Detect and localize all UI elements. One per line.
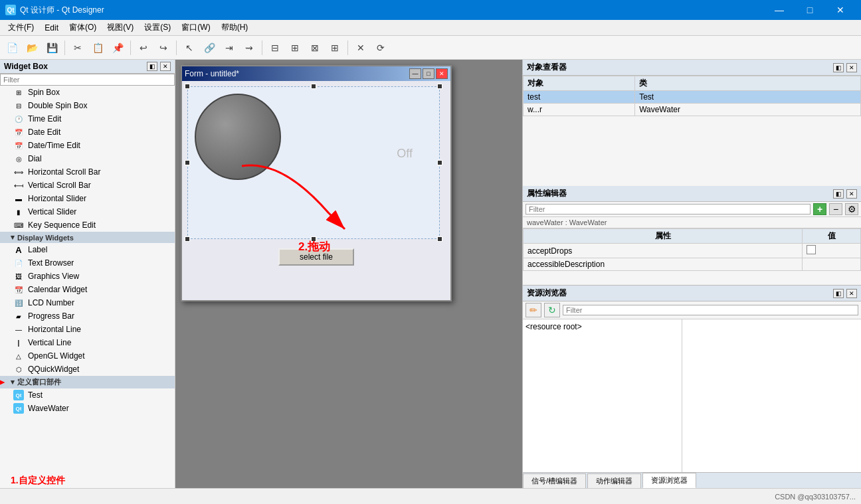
list-item[interactable]: ▬ Horizontal Slider <box>0 192 175 205</box>
list-item[interactable]: ⊞ Spin Box <box>0 86 175 99</box>
datetimeedit-icon: 📅 <box>13 140 24 151</box>
dial-icon: ◎ <box>13 153 24 164</box>
toolbar-open[interactable]: 📂 <box>23 39 41 57</box>
hslider-icon: ▬ <box>13 193 24 204</box>
property-editor-close[interactable]: ✕ <box>846 189 857 199</box>
prop-col-val: 值 <box>803 229 861 244</box>
title-bar-left: Qt Qt 设计师 - Qt Designer <box>5 5 104 16</box>
toolbar-layout-grid[interactable]: ⊞ <box>326 39 344 57</box>
table-row[interactable]: test Test <box>524 91 861 104</box>
list-item[interactable]: Qt WaveWater <box>0 402 175 415</box>
property-editor-float[interactable]: ◧ <box>833 189 844 199</box>
list-item[interactable]: 🖼 Graphics View <box>0 270 175 283</box>
list-item[interactable]: 📅 Date/Time Edit <box>0 139 175 152</box>
progressbar-icon: ▰ <box>13 311 24 321</box>
property-filter-input[interactable] <box>526 204 811 214</box>
resource-filter-input[interactable] <box>563 305 858 315</box>
list-item[interactable]: 🔢 LCD Number <box>0 296 175 309</box>
table-row[interactable]: acceptDrops <box>524 244 861 258</box>
tab-signal-slot[interactable]: 信号/槽编辑器 <box>523 473 586 488</box>
property-add-button[interactable]: + <box>813 203 826 215</box>
qt-form-minimize[interactable]: — <box>409 68 421 79</box>
qt-form-close[interactable]: ✕ <box>436 68 448 79</box>
dateedit-icon: 📅 <box>13 127 24 137</box>
toolbar-paste[interactable]: 📌 <box>108 39 127 57</box>
toolbar-redo[interactable]: ↪ <box>154 39 173 57</box>
widget-item-label: Calendar Widget <box>28 285 87 294</box>
toolbar-new[interactable]: 📄 <box>3 39 21 57</box>
qt-form-maximize[interactable]: □ <box>423 68 434 79</box>
qt-form-content[interactable]: Off select file <box>182 81 450 300</box>
table-row[interactable]: accessibleDescription <box>524 258 861 271</box>
display-widgets-category: ▾ Display Widgets <box>0 232 175 243</box>
property-remove-button[interactable]: − <box>829 203 842 215</box>
obj-name: test <box>524 91 635 104</box>
list-item[interactable]: 🕐 Time Edit <box>0 112 175 126</box>
widget-item-label: Double Spin Box <box>28 101 87 110</box>
menu-window[interactable]: 窗口(W) <box>176 21 215 35</box>
table-row[interactable]: w...r WaveWater <box>524 104 861 116</box>
resource-browser-title: 资源浏览器 <box>527 288 567 299</box>
toolbar-adjust[interactable]: ⟳ <box>371 39 390 57</box>
resource-browser-float[interactable]: ◧ <box>833 289 844 298</box>
object-inspector-close[interactable]: ✕ <box>846 63 857 72</box>
menu-settings[interactable]: 设置(S) <box>139 21 176 35</box>
toolbar-connect[interactable]: 🔗 <box>200 39 219 57</box>
list-item[interactable]: 📆 Calendar Widget <box>0 283 175 296</box>
toolbar-layout-v[interactable]: ⊞ <box>286 39 304 57</box>
menu-help[interactable]: 帮助(H) <box>216 21 254 35</box>
widget-box-controls: ◧ ✕ <box>147 62 171 71</box>
toolbar-break-layout[interactable]: ✕ <box>351 39 370 57</box>
selection-handle-tm <box>311 84 316 89</box>
list-item[interactable]: 📅 Date Edit <box>0 126 175 139</box>
list-item[interactable]: ⌨ Key Sequence Edit <box>0 218 175 232</box>
list-item[interactable]: — Horizontal Line <box>0 323 175 336</box>
qt-icon: Qt <box>5 5 16 15</box>
resource-refresh-btn[interactable]: ↻ <box>544 303 560 317</box>
list-item[interactable]: ⟻ Vertical Scroll Bar <box>0 179 175 192</box>
list-item[interactable]: ▰ Progress Bar <box>0 309 175 323</box>
toolbar-copy[interactable]: 📋 <box>88 39 107 57</box>
tab-action-editor[interactable]: 动作编辑器 <box>587 473 641 488</box>
maximize-button[interactable]: □ <box>795 0 825 20</box>
list-item[interactable]: ⟺ Horizontal Scroll Bar <box>0 165 175 179</box>
resource-root-node[interactable]: <resource root> <box>526 322 582 331</box>
list-item[interactable]: A Label <box>0 243 175 256</box>
list-item[interactable]: ⊟ Double Spin Box <box>0 99 175 112</box>
resource-browser-close[interactable]: ✕ <box>846 289 857 298</box>
widget-box-float[interactable]: ◧ <box>147 62 157 71</box>
minimize-button[interactable]: — <box>764 0 795 20</box>
list-item[interactable]: ⬡ QQuickWidget <box>0 363 175 376</box>
menu-view[interactable]: 视图(V) <box>102 21 139 35</box>
tab-resource-browser[interactable]: 资源浏览器 <box>642 473 696 488</box>
title-bar-controls: — □ ✕ <box>764 0 856 20</box>
toolbar-cut[interactable]: ✂ <box>68 39 87 57</box>
menu-edit[interactable]: Edit <box>39 22 64 34</box>
toolbar-sep-1 <box>64 41 65 55</box>
resource-edit-btn[interactable]: ✏ <box>526 303 541 317</box>
col-class: 类 <box>635 76 861 91</box>
list-item[interactable]: 📄 Text Browser <box>0 256 175 270</box>
close-button[interactable]: ✕ <box>825 0 856 20</box>
list-item[interactable]: △ OpenGL Widget <box>0 349 175 363</box>
widget-box-close[interactable]: ✕ <box>160 62 171 71</box>
toolbar-layout-form[interactable]: ⊠ <box>306 39 324 57</box>
toolbar-save[interactable]: 💾 <box>43 39 61 57</box>
toolbar-undo[interactable]: ↩ <box>134 39 153 57</box>
toolbar-buddy[interactable]: ⇝ <box>240 39 258 57</box>
widget-filter-input[interactable] <box>0 74 175 86</box>
list-item[interactable]: Qt Test <box>0 388 175 402</box>
menu-file[interactable]: 文件(F) <box>3 21 39 35</box>
opengl-icon: △ <box>13 351 24 361</box>
object-inspector-float[interactable]: ◧ <box>833 63 844 72</box>
toolbar-layout-h[interactable]: ⊟ <box>266 39 284 57</box>
prop-checkbox[interactable] <box>807 245 816 254</box>
menu-form[interactable]: 窗体(O) <box>64 21 102 35</box>
toolbar-taborder[interactable]: ⇥ <box>220 39 239 57</box>
list-item[interactable]: ◎ Dial <box>0 152 175 165</box>
list-item[interactable]: | Vertical Line <box>0 336 175 349</box>
list-item[interactable]: ▮ Vertical Slider <box>0 205 175 218</box>
toolbar-pointer[interactable]: ↖ <box>180 39 199 57</box>
property-settings-button[interactable]: ⚙ <box>845 203 858 215</box>
dial-widget[interactable] <box>195 94 281 180</box>
